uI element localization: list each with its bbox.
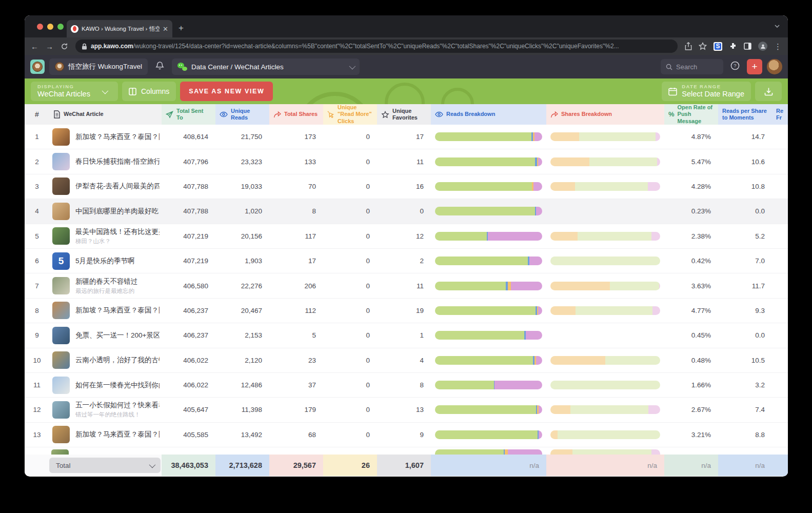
cell-unique-reads: 1,020 (215, 199, 269, 223)
table-row[interactable]: 13新加坡？马来西亚？泰国？眼花缭...405,58513,49268093.2… (25, 423, 788, 447)
reload-button[interactable] (61, 43, 68, 50)
watermark-circle (385, 83, 425, 104)
notifications-button[interactable] (152, 61, 167, 72)
article-cell: 伊犁杏花-去看人间最美的四月天！ (49, 174, 162, 199)
data-center-selector[interactable]: Data Center / WeChat Articles (172, 58, 360, 75)
search-input[interactable]: Search (661, 59, 723, 74)
table-row[interactable]: 10云南小透明，治好了我的古镇PTSD406,0222,12023040.48%… (25, 348, 788, 373)
column-header-unique-favorites[interactable]: Unique Favorites (377, 104, 431, 125)
table-row[interactable]: 3伊犁杏花-去看人间最美的四月天！407,78819,033700164.28%… (25, 174, 788, 199)
account-name: 悟空旅行 WukongTravel (68, 62, 142, 71)
side-panel-icon[interactable] (744, 43, 751, 50)
cell-read-more-clicks: 0 (323, 224, 377, 248)
table-row[interactable]: 2春日快乐捕获指南-悟空旅行407,79623,3231330115.47%10… (25, 149, 788, 174)
table-row[interactable]: 655月是快乐的季节啊407,2191,90317020.42%7.0 (25, 249, 788, 273)
table-row[interactable]: 7新疆的春天不容错过最远的旅行是最难忘的406,58022,2762060113… (25, 273, 788, 298)
table-row-partial[interactable] (25, 447, 788, 455)
question-circle-icon: ? (730, 61, 740, 70)
workspace-logo[interactable] (30, 60, 45, 74)
browser-tab[interactable]: KAWO › Wukong Travel › 悟空旅 ✕ (67, 20, 172, 37)
column-header-open-rate[interactable]: % Open Rate of Push Message (664, 104, 718, 125)
bell-icon (155, 61, 164, 70)
new-tab-button[interactable]: + (179, 23, 184, 33)
save-as-new-view-button[interactable]: SAVE AS NEW VIEW (180, 82, 273, 101)
address-bar[interactable]: app.kawo.com/wukong-travel/1254/data-cen… (75, 40, 678, 53)
table-row[interactable]: 9免票、买一送一！200+景区优惠...406,2372,1535010.45%… (25, 323, 788, 348)
export-button[interactable] (755, 82, 782, 101)
table-row[interactable]: 5最美中国路线！还有比这更美的...梯田？山水？407,21920,156117… (25, 224, 788, 249)
extensions-puzzle-icon[interactable] (729, 42, 737, 50)
table-row[interactable]: 4中国到底哪里的羊肉最好吃？407,7881,0208000.23%0.0 (25, 199, 788, 224)
column-header-article[interactable]: WeChat Article (49, 104, 162, 125)
back-button[interactable]: ← (31, 43, 38, 50)
article-subtitle: 梯田？山水？ (75, 238, 160, 245)
tab-close-icon[interactable]: ✕ (163, 25, 168, 33)
zoom-window-button[interactable] (57, 24, 64, 30)
cell-reads-per-share: 10.8 (718, 174, 772, 199)
share-icon[interactable] (685, 42, 692, 50)
app-header: 悟空旅行 WukongTravel Data Center / WeChat A… (25, 55, 788, 78)
cell-reads-per-share: 8.8 (718, 423, 772, 447)
cell-empty (215, 447, 269, 449)
row-index: 10 (25, 348, 49, 372)
minimize-window-button[interactable] (47, 24, 53, 30)
column-header-read-more-clicks[interactable]: Unique "Read More" Clicks (323, 104, 377, 125)
article-cell: 如何在第一缕春光中找到你的快乐 (49, 373, 162, 397)
cell-open-rate: 2.38% (664, 224, 718, 248)
data-center-selector-value: Data Center / WeChat Articles (191, 63, 284, 71)
article-title: 新加坡？马来西亚？泰国？眼花缭... (75, 430, 160, 439)
bookmark-star-icon[interactable] (699, 42, 707, 50)
shares-breakdown-bar (550, 356, 660, 365)
columns-button[interactable]: Columns (122, 82, 176, 101)
column-header-reads-breakdown[interactable]: Reads Breakdown (431, 104, 546, 125)
forward-button[interactable]: → (46, 43, 53, 50)
table-row[interactable]: 1新加坡？马来西亚？泰国？眼花缭...408,61421,7501730174.… (25, 125, 788, 149)
article-text: 新加坡？马来西亚？泰国？眼花缭... (75, 430, 160, 439)
column-header-shares-breakdown[interactable]: Shares Breakdown (546, 104, 664, 125)
extension-s-icon[interactable]: S (714, 42, 722, 51)
row-index (25, 447, 49, 449)
article-text: 5月是快乐的季节啊 (75, 256, 135, 266)
cell-unique-favorites: 8 (377, 373, 431, 397)
close-window-button[interactable] (37, 24, 43, 30)
cell-reads-breakdown (431, 323, 546, 347)
cell-total-shares: 5 (269, 323, 323, 347)
column-header-total-shares[interactable]: Total Shares (269, 104, 323, 125)
column-header-unique-reads[interactable]: Unique Reads (215, 104, 269, 125)
account-switcher[interactable]: 悟空旅行 WukongTravel (49, 58, 148, 75)
column-header-clipped[interactable]: Re Fr (772, 104, 788, 125)
column-header-reads-per-share[interactable]: Reads per Share to Moments (718, 104, 772, 125)
chevron-down-icon (149, 461, 156, 468)
cell-read-more-clicks: 0 (323, 125, 377, 149)
reads-breakdown-bar (435, 282, 542, 290)
tab-search-chevron-icon[interactable] (775, 25, 780, 28)
window-controls[interactable] (37, 24, 64, 30)
reads-breakdown-bar (435, 356, 542, 365)
cell-reads-per-share: 0.0 (718, 323, 772, 347)
cell-read-more-clicks: 0 (323, 398, 377, 422)
table-row[interactable]: 8新加坡？马来西亚？泰国？眼花缭...406,23720,4671120194.… (25, 299, 788, 323)
row-index: 8 (25, 299, 49, 323)
help-button[interactable]: ? (728, 61, 742, 72)
create-new-button[interactable]: + (747, 59, 762, 74)
article-thumbnail (52, 153, 70, 170)
date-range-button[interactable]: DATE RANGE Select Date Range (662, 82, 751, 101)
column-header-total-sent-to[interactable]: Total Sent To (162, 104, 215, 125)
user-avatar[interactable] (767, 59, 782, 74)
cell-total-sent-to: 407,219 (162, 249, 215, 273)
percent-icon: % (668, 110, 675, 119)
article-text: 新加坡？马来西亚？泰国？眼花缭... (75, 306, 160, 315)
cursor-click-icon (327, 111, 334, 119)
cell-reads-per-share: 14.7 (718, 125, 772, 149)
cell-open-rate: 0.42% (664, 249, 718, 273)
total-dropdown[interactable]: Total (49, 458, 161, 473)
chrome-menu-icon[interactable]: ⋮ (774, 43, 782, 50)
table-row[interactable]: 11如何在第一缕春光中找到你的快乐406,02212,48637081.66%3… (25, 373, 788, 398)
cell-total-sent-to: 407,796 (162, 149, 215, 173)
table-row[interactable]: 12五一小长假如何过？快来看看我们...错过等一年的绝佳路线！405,64711… (25, 398, 788, 422)
displaying-dropdown[interactable]: DISPLAYING WeChat Articles (31, 82, 118, 101)
article-title: 新疆的春天不容错过 (75, 277, 138, 286)
column-header-index[interactable]: # (25, 104, 49, 125)
browser-profile-avatar[interactable] (758, 42, 767, 51)
cell-open-rate: 3.63% (664, 273, 718, 298)
